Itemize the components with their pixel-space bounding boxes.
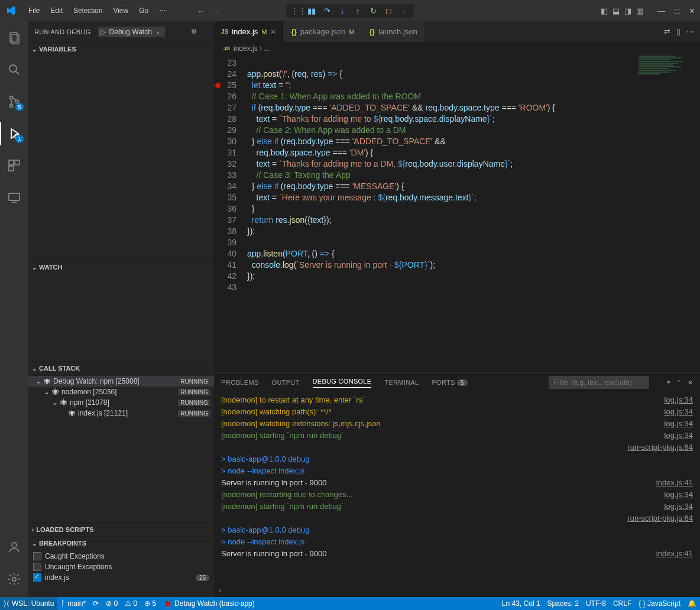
- js-icon: JS: [221, 28, 228, 35]
- panel-tab-debug-console[interactable]: DEBUG CONSOLE: [313, 378, 372, 388]
- nav-back-icon[interactable]: ←: [197, 7, 205, 15]
- window-close-icon[interactable]: ✕: [689, 7, 695, 15]
- callstack-root[interactable]: ⌄🕷Debug Watch: npm [25008]RUNNING: [28, 376, 214, 387]
- sb-remote[interactable]: ⟩⟨WSL: Ubuntu: [0, 597, 57, 610]
- sb-branch[interactable]: ᚶmain*: [57, 597, 89, 610]
- section-loaded-header[interactable]: ›LOADED SCRIPTS: [28, 523, 214, 536]
- bp-file[interactable]: index.js25: [28, 572, 214, 583]
- bp-caught[interactable]: Caught Exceptions: [28, 551, 214, 562]
- callstack-item[interactable]: 🕷index.js [21121]RUNNING: [28, 408, 214, 418]
- dbg-stepinto-icon[interactable]: ↓: [337, 7, 348, 15]
- panel-layout-icon[interactable]: ≡: [667, 379, 670, 387]
- panel-tab-ports[interactable]: PORTS 5: [432, 379, 467, 386]
- debug-console-input[interactable]: ›: [214, 582, 700, 597]
- layout-primary-icon[interactable]: ◧: [601, 7, 608, 15]
- sb-bell-icon[interactable]: 🔔: [684, 599, 700, 608]
- more-icon[interactable]: ⋯: [202, 28, 208, 35]
- dbg-chevron-icon[interactable]: ⌄: [398, 8, 409, 14]
- window-minimize-icon[interactable]: ―: [657, 7, 665, 15]
- split-icon[interactable]: ▯: [676, 27, 680, 36]
- console-source-link[interactable]: log.js:34: [665, 489, 693, 501]
- section-breakpoints-header[interactable]: ⌄BREAKPOINTS: [28, 537, 214, 550]
- console-source-link[interactable]: run-script-pkg.js:64: [627, 442, 693, 453]
- dbg-pause-icon[interactable]: ▮▮: [306, 7, 317, 15]
- layout-panel-icon[interactable]: ⬓: [612, 7, 620, 15]
- menu-go[interactable]: Go: [134, 4, 153, 17]
- layout-secondary-icon[interactable]: ◨: [624, 7, 631, 15]
- callstack-item[interactable]: ⌄🕷nodemon [25036]RUNNING: [28, 387, 214, 397]
- panel-close-icon[interactable]: ✕: [688, 379, 693, 387]
- panel-tab-problems[interactable]: PROBLEMS: [221, 379, 259, 386]
- ab-scm[interactable]: 5: [0, 90, 28, 113]
- ab-explorer[interactable]: [0, 26, 28, 50]
- sb-lang[interactable]: { } JavaScript: [635, 599, 684, 608]
- menu-more-icon[interactable]: ⋯: [154, 4, 171, 17]
- panel-tab-terminal[interactable]: TERMINAL: [384, 379, 419, 386]
- gear-icon[interactable]: ⚙: [191, 28, 197, 35]
- menu-file[interactable]: File: [24, 4, 44, 17]
- sb-sync[interactable]: ⟳: [89, 597, 102, 610]
- checkbox-icon[interactable]: [33, 552, 41, 560]
- dbg-stepover-icon[interactable]: ↷: [322, 7, 332, 15]
- editor-tab-index-js[interactable]: JSindex.jsM✕: [214, 21, 284, 42]
- breadcrumb[interactable]: JS index.js › ...: [214, 42, 700, 55]
- panel-tab-output[interactable]: OUTPUT: [272, 379, 300, 386]
- close-icon[interactable]: ✕: [270, 28, 276, 36]
- ab-run-debug[interactable]: 1: [0, 122, 28, 145]
- window-controls: ― □ ✕: [657, 7, 695, 15]
- chevron-right-icon: ›: [32, 527, 34, 533]
- menu-selection[interactable]: Selection: [69, 4, 107, 17]
- layout-custom-icon[interactable]: ▥: [636, 7, 643, 15]
- panel-maximize-icon[interactable]: ⌃: [676, 379, 682, 387]
- callstack-item[interactable]: ⌄🕷npm [21078]RUNNING: [28, 397, 214, 408]
- console-source-link[interactable]: log.js:34: [665, 418, 693, 430]
- sb-spaces[interactable]: Spaces: 2: [544, 599, 582, 608]
- console-source-link[interactable]: index.js:41: [656, 477, 693, 489]
- sb-encoding[interactable]: UTF-8: [582, 599, 610, 608]
- more-icon[interactable]: ⋯: [686, 27, 694, 36]
- section-watch-header[interactable]: ⌄WATCH: [28, 261, 214, 274]
- dbg-stepout-icon[interactable]: ↑: [352, 7, 363, 15]
- console-source-link[interactable]: log.js:34: [665, 430, 693, 442]
- console-source-link[interactable]: log.js:34: [665, 406, 693, 418]
- console-source-link[interactable]: log.js:34: [665, 394, 693, 406]
- section-callstack-header[interactable]: ⌄CALL STACK: [28, 362, 214, 375]
- ab-search[interactable]: [0, 58, 28, 82]
- editor-tab-launch-json[interactable]: {}launch.json: [362, 21, 425, 42]
- ab-extensions[interactable]: [0, 154, 28, 177]
- sb-debug[interactable]: 🐞Debug Watch (basic-app): [160, 597, 258, 610]
- section-watch: ⌄WATCH: [28, 260, 214, 361]
- section-variables-header[interactable]: ⌄VARIABLES: [28, 43, 214, 56]
- sb-lncol[interactable]: Ln 43, Col 1: [498, 599, 544, 608]
- svg-point-4: [10, 96, 13, 99]
- dbg-restart-icon[interactable]: ↻: [368, 7, 378, 15]
- editor-tab-package-json[interactable]: {}package.jsonM: [284, 21, 362, 42]
- breakpoint-icon[interactable]: [215, 83, 221, 88]
- ab-settings[interactable]: [0, 567, 28, 591]
- dbg-drag-icon[interactable]: ⋮⋮: [291, 7, 302, 15]
- sb-eol[interactable]: CRLF: [610, 599, 635, 608]
- console-source-link[interactable]: log.js:34: [665, 501, 693, 512]
- menu-view[interactable]: View: [108, 4, 133, 17]
- layout-controls: ◧ ⬓ ◨ ▥: [601, 7, 643, 15]
- code-editor[interactable]: 2324252627282930313233343536373839404142…: [214, 55, 700, 372]
- menu-edit[interactable]: Edit: [46, 4, 67, 17]
- checkbox-checked-icon[interactable]: [33, 573, 41, 582]
- dbg-stop-icon[interactable]: ◻: [383, 7, 394, 15]
- console-source-link[interactable]: index.js:41: [656, 548, 693, 560]
- debug-config-select[interactable]: ▷ Debug Watch ⌄: [98, 27, 165, 37]
- bp-uncaught[interactable]: Uncaught Exceptions: [28, 562, 214, 572]
- console-filter-input[interactable]: [549, 376, 649, 389]
- window-maximize-icon[interactable]: □: [675, 7, 679, 15]
- ab-remote[interactable]: [0, 186, 28, 209]
- ab-accounts[interactable]: [0, 536, 28, 559]
- sb-ports[interactable]: ⊕ 5: [141, 597, 160, 610]
- sb-warnings[interactable]: ⚠ 0: [121, 597, 141, 610]
- minimap[interactable]: [639, 55, 692, 108]
- compare-icon[interactable]: ⇄: [664, 27, 670, 36]
- nav-forward-icon[interactable]: →: [212, 7, 219, 15]
- checkbox-icon[interactable]: [33, 563, 41, 571]
- sb-errors[interactable]: ⊘ 0: [102, 597, 121, 610]
- console-source-link[interactable]: run-script-pkg.js:64: [627, 512, 693, 524]
- debug-console-output[interactable]: [nodemon] to restart at any time, enter …: [214, 392, 700, 582]
